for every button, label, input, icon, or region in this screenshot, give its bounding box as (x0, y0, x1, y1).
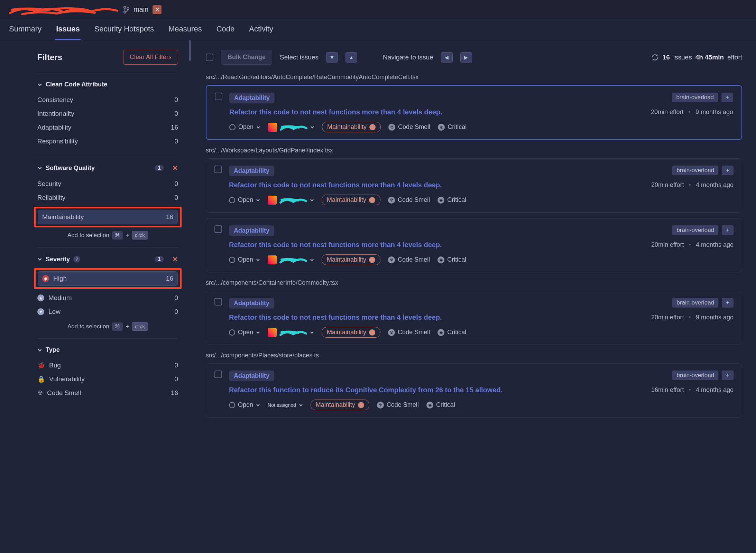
bulk-change-button[interactable]: Bulk Change (221, 50, 272, 65)
status-open[interactable]: Open (229, 123, 260, 131)
help-icon[interactable]: ? (73, 256, 80, 263)
adaptability-tag[interactable]: Adaptability (229, 93, 275, 103)
issue-card[interactable]: AdaptabilityRefactor this function to re… (206, 363, 742, 418)
nav-issues[interactable]: Issues (55, 19, 81, 40)
more-tags-button[interactable]: + (722, 225, 734, 235)
filter-item-adaptability[interactable]: Adaptability 16 (37, 121, 178, 134)
type-code-smell[interactable]: ☢Code Smell (388, 123, 430, 131)
filter-item-vulnerability[interactable]: 🔒Vulnerability 0 (37, 372, 178, 386)
navigate-next-button[interactable]: ▶ (460, 52, 472, 63)
chevron-down-icon (37, 257, 42, 262)
branch-name[interactable]: main (133, 6, 148, 13)
adaptability-tag[interactable]: Adaptability (229, 298, 274, 309)
tag-brain-overload[interactable]: brain-overload (672, 298, 718, 308)
section-type[interactable]: Type (37, 346, 178, 354)
issue-checkbox[interactable] (214, 371, 222, 378)
filter-list: Security 0 Reliability 0 Maintainability… (37, 177, 178, 240)
maintainability-pill[interactable]: Maintainability (322, 122, 381, 132)
assignee[interactable]: Not assigned (268, 402, 303, 408)
nav-measures[interactable]: Measures (168, 19, 203, 40)
issue-checkbox[interactable] (214, 298, 222, 306)
status-open[interactable]: Open (229, 196, 260, 204)
maintainability-pill[interactable]: Maintainability (322, 254, 380, 265)
nav-code[interactable]: Code (216, 19, 236, 40)
section-software-quality[interactable]: Software Quality 1 ✕ (37, 164, 178, 172)
issue-card[interactable]: AdaptabilityRefactor this code to not ne… (206, 291, 742, 345)
tag-brain-overload[interactable]: brain-overload (672, 93, 718, 102)
critical-icon: ◉ (438, 124, 445, 131)
maintainability-pill[interactable]: Maintainability (322, 327, 380, 338)
status-open[interactable]: Open (229, 329, 260, 336)
filter-item-intentionality[interactable]: Intentionality 0 (37, 107, 178, 121)
issue-title[interactable]: Refactor this code to not nest functions… (229, 181, 630, 189)
issue-checkbox[interactable] (215, 93, 222, 100)
file-path[interactable]: src/.../ReactGrid/editors/AutoComplete/R… (206, 74, 742, 81)
nav-hotspots[interactable]: Security Hotspots (94, 19, 155, 40)
type-code-smell[interactable]: ☢Code Smell (388, 329, 430, 336)
severity-critical[interactable]: ◉Critical (437, 256, 466, 263)
nav-activity[interactable]: Activity (248, 19, 274, 40)
adaptability-tag[interactable]: Adaptability (229, 166, 274, 176)
type-code-smell[interactable]: ☢Code Smell (377, 401, 419, 409)
filter-item-security[interactable]: Security 0 (37, 177, 178, 191)
status-open[interactable]: Open (229, 401, 260, 409)
tag-brain-overload[interactable]: brain-overload (672, 371, 718, 380)
filter-item-bug[interactable]: 🐞Bug 0 (37, 358, 178, 372)
branch-close-badge[interactable]: ✕ (153, 5, 162, 14)
refresh-icon[interactable] (651, 53, 659, 62)
issue-checkbox[interactable] (214, 166, 222, 173)
filter-item-low[interactable]: ▼Low 0 (37, 305, 178, 319)
clear-section-icon[interactable]: ✕ (172, 255, 178, 263)
filter-item-consistency[interactable]: Consistency 0 (37, 93, 178, 107)
select-all-checkbox[interactable] (206, 54, 213, 61)
filter-item-responsibility[interactable]: Responsibility 0 (37, 134, 178, 148)
more-tags-button[interactable]: + (722, 166, 734, 175)
section-clean-code[interactable]: Clean Code Attribute (37, 81, 178, 88)
file-path[interactable]: src/.../components/ContainerInfo/Commodi… (206, 279, 742, 287)
nav-summary[interactable]: Summary (8, 19, 42, 40)
severity-critical[interactable]: ◉Critical (437, 329, 466, 336)
adaptability-tag[interactable]: Adaptability (229, 371, 274, 381)
severity-critical[interactable]: ◉Critical (438, 123, 467, 131)
type-code-smell[interactable]: ☢Code Smell (388, 196, 430, 204)
clear-all-filters-button[interactable]: Clear All Filters (123, 50, 178, 65)
adaptability-tag[interactable]: Adaptability (229, 225, 274, 236)
navigate-prev-button[interactable]: ◀ (441, 52, 453, 63)
assignee[interactable] (268, 196, 314, 205)
assignee[interactable] (268, 255, 314, 264)
issue-title[interactable]: Refactor this function to reduce its Cog… (229, 386, 630, 394)
severity-critical[interactable]: ◉Critical (437, 196, 466, 204)
filter-item-maintainability[interactable]: Maintainability 16 (38, 210, 178, 224)
tag-brain-overload[interactable]: brain-overload (672, 166, 718, 175)
filter-item-high[interactable]: ◉High 16 (38, 271, 178, 286)
more-tags-button[interactable]: + (721, 93, 733, 102)
maintainability-pill[interactable]: Maintainability (311, 400, 369, 410)
maintainability-pill[interactable]: Maintainability (322, 195, 380, 205)
section-severity[interactable]: Severity ? 1 ✕ (37, 255, 178, 263)
file-path[interactable]: src/.../Workspace/Layouts/GridPanel/inde… (206, 147, 742, 154)
chevron-down-icon (37, 82, 42, 87)
tag-brain-overload[interactable]: brain-overload (672, 225, 718, 235)
issue-title[interactable]: Refactor this code to not nest functions… (229, 241, 630, 249)
assignee[interactable] (268, 328, 314, 337)
filter-item-reliability[interactable]: Reliability 0 (37, 191, 178, 205)
select-up-button[interactable]: ▲ (345, 52, 357, 63)
issue-title[interactable]: Refactor this code to not nest functions… (229, 108, 629, 116)
select-down-button[interactable]: ▼ (326, 52, 338, 63)
file-path[interactable]: src/.../components/Places/store/places.t… (206, 352, 742, 359)
issue-card[interactable]: AdaptabilityRefactor this code to not ne… (206, 158, 742, 213)
clear-section-icon[interactable]: ✕ (172, 164, 178, 172)
type-code-smell[interactable]: ☢Code Smell (388, 256, 430, 263)
filter-item-code-smell[interactable]: ☢Code Smell 16 (37, 386, 178, 400)
severity-critical[interactable]: ◉Critical (426, 401, 455, 409)
assignee[interactable] (268, 123, 314, 132)
issue-card[interactable]: AdaptabilityRefactor this code to not ne… (206, 85, 742, 140)
more-tags-button[interactable]: + (722, 371, 734, 380)
status-open[interactable]: Open (229, 256, 260, 263)
issue-card[interactable]: AdaptabilityRefactor this code to not ne… (206, 218, 742, 272)
filter-item-medium[interactable]: ▲Medium 0 (37, 291, 178, 305)
critical-icon: ◉ (437, 256, 444, 263)
issue-checkbox[interactable] (214, 225, 222, 233)
more-tags-button[interactable]: + (722, 298, 734, 308)
issue-title[interactable]: Refactor this code to not nest functions… (229, 313, 630, 321)
